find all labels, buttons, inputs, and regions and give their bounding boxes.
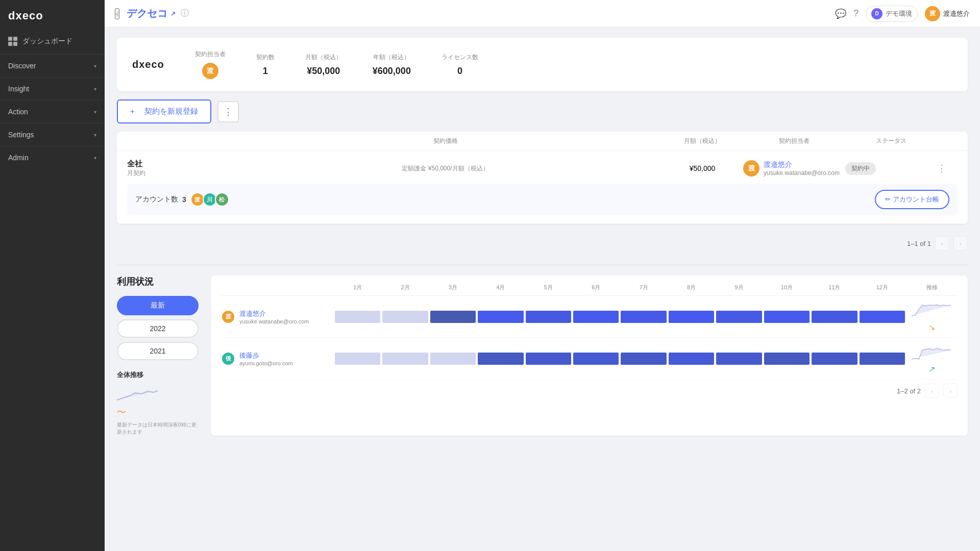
usage-user-email: yusuke.watanabe@oro.com [239, 318, 309, 324]
col-status: ステータス [845, 137, 937, 145]
bar-cell [525, 309, 572, 324]
chat-icon-button[interactable]: 💬 [835, 8, 846, 19]
sidebar-item-settings[interactable]: Settings▾ [0, 123, 105, 146]
contract-plan: 月契約 [127, 169, 229, 178]
account-ledger-button[interactable]: ✏ アカウント台帳 [875, 190, 949, 209]
bar-cell [573, 351, 619, 366]
bar-block [430, 311, 476, 323]
monthly-value: ¥50,000 [307, 66, 340, 77]
table-row: 全社 月契約 定額護金 ¥50,000/月額（税込） ¥50,000 渡 渡邉悠… [117, 151, 968, 224]
bar-block [669, 353, 714, 365]
user-avatar: 渡 [221, 310, 235, 324]
grid-icon [8, 37, 17, 46]
bar-block [860, 311, 905, 323]
back-button[interactable]: ‹ [115, 8, 119, 19]
bar-block [716, 311, 762, 323]
contract-plan-detail: 定額護金 ¥50,000/月額（税込） [229, 164, 662, 173]
page-content: dxeco 契約担当者 渡 契約数 1 月額（税込） ¥50,000 年額（税込… [105, 28, 980, 551]
bar-block [526, 311, 571, 323]
contract-name: 全社 [127, 159, 229, 169]
overall-trend-title: 全体推移 [117, 370, 199, 380]
user-name: 渡邉悠介 [943, 9, 970, 18]
trend-cell: ↘ [906, 301, 958, 332]
sidebar-item-insight[interactable]: Insight▾ [0, 77, 105, 100]
sidebar-item-action[interactable]: Action▾ [0, 100, 105, 123]
chevron-icon: ▾ [94, 109, 96, 115]
year-button-2022[interactable]: 2022 [117, 319, 199, 338]
contract-status-cell: 契約中 [845, 162, 937, 175]
demo-icon: D [871, 8, 883, 19]
account-count: アカウント数 3 渡川松 [135, 192, 229, 207]
logo-text: dxeco [8, 9, 43, 22]
month-header: 1月 [334, 284, 381, 291]
annual-label: 年額（税込） [373, 53, 410, 62]
bar-block [764, 311, 810, 323]
usage-user-name: 後藤歩 [239, 351, 293, 360]
month-header: 2月 [382, 284, 428, 291]
bar-block [430, 353, 476, 365]
status-badge: 契約中 [845, 162, 876, 175]
demo-environment-badge[interactable]: D デモ環境 [866, 6, 918, 22]
external-link-icon[interactable]: ↗ [170, 10, 176, 17]
summary-license: ライセンス数 0 [442, 53, 478, 77]
month-header: 4月 [477, 284, 524, 291]
year-selector: 最新20222021 [117, 296, 199, 360]
count-label: 契約数 [256, 53, 275, 62]
next-page-button[interactable]: › [953, 236, 968, 251]
usage-table-header: 1月2月3月4月5月6月7月8月9月10月11月12月 推移 [221, 284, 958, 296]
bar-cell [716, 309, 762, 324]
account-count-label: アカウント数 [135, 195, 178, 204]
monthly-label: 月額（税込） [305, 53, 342, 62]
trend-sparkline [912, 343, 952, 363]
col-manager: 契約担当者 [743, 137, 845, 145]
user-info: 渡邉悠介 yusuke.watanabe@oro.com [239, 309, 309, 324]
more-options-button[interactable]: ⋮ [217, 101, 239, 122]
avatar: 松 [215, 192, 229, 207]
year-button-2021[interactable]: 2021 [117, 342, 199, 360]
sidebar-item-discover[interactable]: Discover▾ [0, 54, 105, 77]
col-price: 契約価格 [229, 137, 662, 145]
user-info: 後藤歩 ayumi.goto@oro.com [239, 351, 293, 366]
contact-email: yusuke.watanabe@oro.com [764, 169, 840, 177]
help-icon-button[interactable]: ? [853, 8, 859, 19]
bar-cell [668, 351, 715, 366]
month-header: 8月 [668, 284, 715, 291]
sidebar-item-admin[interactable]: Admin▾ [0, 146, 105, 169]
bar-block [621, 311, 666, 323]
bar-cell [620, 351, 667, 366]
usage-next-button[interactable]: › [943, 384, 958, 398]
actions-row: + 契約を新規登録 ⋮ [117, 99, 968, 123]
row-actions[interactable]: ⋮ [937, 163, 958, 174]
bar-block [335, 311, 380, 323]
manager-avatar: 渡 [743, 160, 760, 177]
year-button-最新[interactable]: 最新 [117, 296, 199, 315]
summary-annual: 年額（税込） ¥600,000 [373, 53, 411, 77]
month-header: 9月 [716, 284, 762, 291]
bar-cell [430, 309, 476, 324]
prev-page-button[interactable]: ‹ [935, 236, 949, 251]
usage-prev-button[interactable]: ‹ [925, 384, 939, 398]
annual-value: ¥600,000 [373, 66, 411, 77]
col-name [127, 137, 229, 145]
user-col-header [221, 284, 333, 291]
bar-block [716, 353, 762, 365]
month-header: 7月 [620, 284, 667, 291]
bar-cell [334, 351, 381, 366]
bar-cell [764, 351, 810, 366]
bar-cell [477, 351, 524, 366]
month-header: 6月 [573, 284, 619, 291]
bar-block [573, 353, 619, 365]
info-icon[interactable]: ⓘ [181, 8, 189, 19]
contract-contact: 渡 渡邉悠介 yusuke.watanabe@oro.com [743, 160, 845, 177]
contract-pagination: 1–1 of 1 ‹ › [117, 232, 968, 255]
bar-cell [859, 309, 905, 324]
summary-monthly: 月額（税込） ¥50,000 [305, 53, 342, 77]
overall-trend-chart [117, 384, 158, 404]
register-contract-button[interactable]: + 契約を新規登録 [117, 99, 211, 123]
sidebar-nav: Discover▾Insight▾Action▾Settings▾Admin▾ [0, 54, 105, 169]
sidebar-dashboard-item[interactable]: ダッシュボード [0, 32, 105, 54]
user-menu[interactable]: 渡 渡邉悠介 [925, 6, 970, 21]
manager-avatar: 渡 [202, 63, 218, 79]
overall-trend: 全体推移 〜 最新データは日本時間深夜0時に更新されます [117, 370, 199, 436]
title-text: デクセコ [127, 7, 167, 20]
